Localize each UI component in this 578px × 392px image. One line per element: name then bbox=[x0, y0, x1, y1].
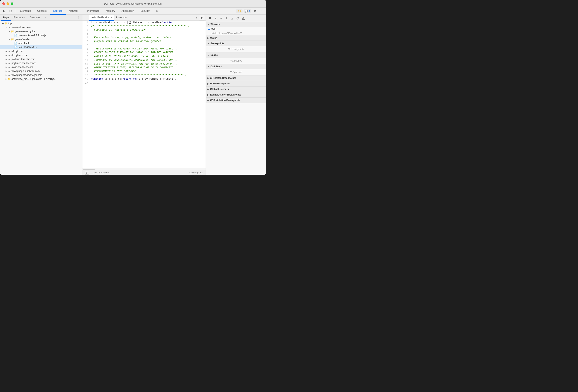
step-button[interactable] bbox=[230, 16, 235, 21]
step-into-button[interactable] bbox=[218, 16, 224, 21]
tree-item-nytimes[interactable]: ▼ ☁ www.nytimes.com bbox=[0, 25, 82, 29]
scope-header[interactable]: ▼ Scope bbox=[206, 52, 266, 58]
pause-button[interactable] bbox=[207, 16, 213, 21]
warning-badge[interactable]: ⚠ 2 bbox=[236, 9, 243, 13]
run-snippet-button[interactable]: ▶ bbox=[199, 15, 205, 20]
more-options-button[interactable]: ⋮ bbox=[259, 8, 265, 14]
tab-security[interactable]: Security bbox=[137, 7, 153, 15]
file-tree: ▶ 📁 top ▼ ☁ www.nytimes.com ▼ 📁 bbox=[0, 21, 82, 175]
tab-console[interactable]: Console bbox=[34, 7, 50, 15]
editor-nav-back[interactable]: ‹ bbox=[83, 15, 89, 20]
cursor-tool-button[interactable] bbox=[1, 8, 7, 14]
tab-sources[interactable]: Sources bbox=[50, 7, 66, 15]
device-toolbar-button[interactable] bbox=[8, 8, 13, 14]
arrow-wordle: ▼ bbox=[8, 38, 11, 41]
tree-item-iteratehq[interactable]: ▶ ☁ platform.iteratehq.com bbox=[0, 57, 82, 61]
horizontal-scrollbar[interactable] bbox=[82, 168, 206, 170]
xhr-breakpoints-header[interactable]: ▶ XHR/fetch Breakpoints bbox=[206, 75, 266, 81]
titlebar: DevTools - www.nytimes.com/games/wordle/… bbox=[0, 0, 266, 7]
window-title: DevTools - www.nytimes.com/games/wordle/… bbox=[104, 2, 162, 5]
global-listeners-header[interactable]: ▶ Global Listeners bbox=[206, 87, 266, 92]
breakpoints-label: Breakpoints bbox=[211, 42, 224, 45]
tab-memory[interactable]: Memory bbox=[103, 7, 118, 15]
dom-breakpoints-header[interactable]: ▶ DOM Breakpoints bbox=[206, 81, 266, 86]
scope-section: ▼ Scope Not paused bbox=[206, 52, 266, 64]
tab-filesystem[interactable]: Filesystem bbox=[11, 15, 27, 21]
watch-arrow: ▶ bbox=[207, 37, 209, 39]
tab-elements[interactable]: Elements bbox=[17, 7, 34, 15]
info-badge[interactable]: 💬 3 bbox=[244, 9, 251, 13]
breakpoints-section: ▼ Breakpoints No breakpoints bbox=[206, 41, 266, 52]
tab-more[interactable]: » bbox=[153, 7, 161, 15]
editor-tab-main[interactable]: main.18637ca1.js × bbox=[89, 15, 114, 21]
event-listener-breakpoints-header[interactable]: ▶ Event Listener Breakpoints bbox=[206, 92, 266, 98]
tree-item-top[interactable]: ▶ 📁 top bbox=[0, 21, 82, 25]
scrollbar-thumb[interactable] bbox=[83, 169, 95, 170]
editor-tab-main-close[interactable]: × bbox=[111, 16, 112, 19]
sources-panel: Page Filesystem Overrides » ⋮ ▶ 📁 top ▼ … bbox=[0, 15, 82, 175]
editor-tab-more[interactable]: » bbox=[194, 16, 199, 19]
callstack-header[interactable]: ▼ Call Stack bbox=[206, 64, 266, 69]
tab-application[interactable]: Application bbox=[118, 7, 138, 15]
deactivate-breakpoints-button[interactable] bbox=[235, 16, 240, 21]
tab-page[interactable]: Page bbox=[1, 15, 11, 21]
step-over-button[interactable] bbox=[213, 16, 218, 21]
tree-item-activityi[interactable]: ▶ 📁 activityi;dc_pre=Cl3joqaWhfYCFc9V1Qc… bbox=[0, 77, 82, 81]
sources-more-button[interactable]: ⋮ bbox=[75, 16, 81, 19]
tree-item-main[interactable]: ▶ 📄 main.18637ca1.js bbox=[0, 45, 82, 49]
label-top: top bbox=[8, 22, 12, 25]
svg-rect-3 bbox=[210, 17, 211, 19]
tree-item-gtm[interactable]: ▶ ☁ www.googletagmanager.com bbox=[0, 73, 82, 77]
tree-item-google-analytics[interactable]: ▶ ☁ www.google-analytics.com bbox=[0, 69, 82, 73]
code-editor[interactable]: 1 this.wordle=this.wordle||{},this.wordl… bbox=[82, 21, 206, 168]
breakpoints-header[interactable]: ▼ Breakpoints bbox=[206, 41, 266, 46]
label-cookie: cookie-notice-v2.1.2.min.js bbox=[18, 34, 46, 37]
label-wordle: games/wordle bbox=[15, 38, 30, 41]
tree-item-index[interactable]: ▶ 📄 index.html bbox=[0, 41, 82, 45]
tree-item-a1nyt[interactable]: ▶ ☁ a1.nyt.com bbox=[0, 49, 82, 53]
stop-on-exception-button[interactable] bbox=[241, 16, 246, 21]
tree-item-cookie[interactable]: ▶ 📄 cookie-notice-v2.1.2.min.js bbox=[0, 33, 82, 37]
status-coverage: Coverage: n/a bbox=[190, 171, 203, 174]
main-thread-item[interactable]: Main bbox=[206, 27, 266, 32]
arrow-gdpr: ▼ bbox=[8, 30, 11, 33]
code-line-17: 17 bbox=[82, 81, 206, 85]
arrow-nytimes: ▼ bbox=[5, 26, 7, 29]
file-icon-cookie: 📄 bbox=[14, 34, 17, 37]
line-number: 15 bbox=[82, 73, 90, 77]
close-button[interactable] bbox=[2, 2, 5, 5]
minimize-button[interactable] bbox=[6, 2, 9, 5]
tree-item-wordle[interactable]: ▼ 📁 games/wordle bbox=[0, 37, 82, 41]
arrow-chartbeat: ▶ bbox=[5, 62, 7, 64]
line-number: 2 bbox=[82, 24, 90, 28]
threads-label: Threads bbox=[211, 23, 220, 26]
tree-item-ddnytimes[interactable]: ▶ ☁ dd.nytimes.com bbox=[0, 53, 82, 57]
settings-button[interactable]: ⚙ bbox=[252, 8, 258, 14]
cloud-icon-a1nyt: ☁ bbox=[7, 50, 11, 53]
tab-more-sources[interactable]: » bbox=[42, 15, 48, 21]
arrow-a1nyt: ▶ bbox=[5, 50, 7, 53]
svg-rect-2 bbox=[209, 17, 210, 19]
format-button[interactable]: {} bbox=[85, 171, 89, 175]
label-ddnytimes: dd.nytimes.com bbox=[11, 54, 28, 57]
scope-label: Scope bbox=[211, 54, 218, 56]
tree-item-chartbeat[interactable]: ▶ ☁ pnytimes.chartbeat.net bbox=[0, 61, 82, 65]
tab-performance[interactable]: Performance bbox=[81, 7, 102, 15]
xhr-breakpoints-label: XHR/fetch Breakpoints bbox=[210, 77, 236, 79]
watch-header[interactable]: ▶ Watch bbox=[206, 35, 266, 41]
line-content: THE SOFTWARE IS PROVIDED "AS IS" AND THE… bbox=[90, 47, 206, 51]
svg-rect-1 bbox=[11, 10, 12, 12]
editor-tab-index[interactable]: index.html bbox=[114, 15, 129, 21]
step-out-button[interactable] bbox=[224, 16, 229, 21]
tab-overrides[interactable]: Overrides bbox=[27, 15, 42, 21]
arrow-gtm: ▶ bbox=[5, 74, 7, 76]
tree-item-gdpr[interactable]: ▼ 📁 games-assets/gdpr bbox=[0, 29, 82, 33]
threads-header[interactable]: ▼ Threads bbox=[206, 22, 266, 27]
tab-network[interactable]: Network bbox=[66, 7, 82, 15]
code-line-3: 3 Copyright (c) Microsoft Corporation. bbox=[82, 28, 206, 32]
csp-breakpoints-header[interactable]: ▶ CSP Violation Breakpoints bbox=[206, 98, 266, 103]
line-number: 13 bbox=[82, 66, 90, 70]
maximize-button[interactable] bbox=[11, 2, 13, 5]
tree-item-static-chartbeat[interactable]: ▶ ☁ static.chartbeat.com bbox=[0, 65, 82, 69]
label-nytimes: www.nytimes.com bbox=[11, 26, 31, 29]
